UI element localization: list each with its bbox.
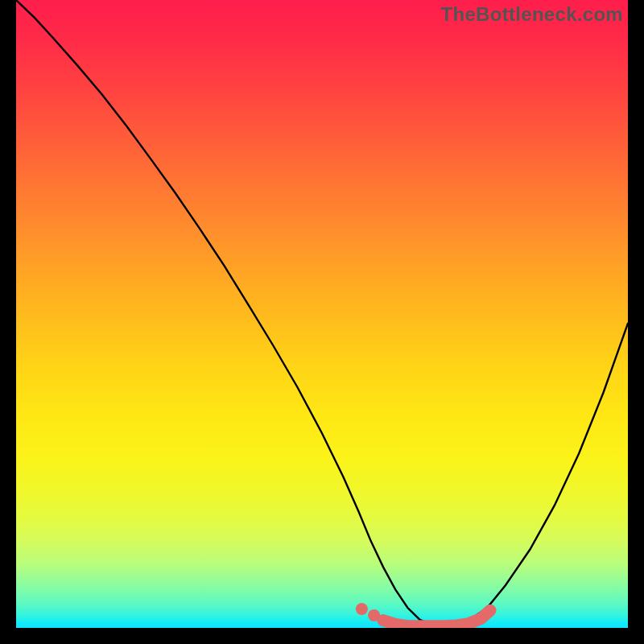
- highlight-dot: [356, 603, 368, 615]
- bottleneck-curve: [16, 0, 628, 626]
- bottleneck-curve-svg: [16, 0, 628, 628]
- optimal-range-highlight: [383, 610, 490, 626]
- chart-frame: [16, 0, 628, 628]
- watermark-text: TheBottleneck.com: [441, 3, 623, 26]
- highlight-dot: [368, 609, 380, 621]
